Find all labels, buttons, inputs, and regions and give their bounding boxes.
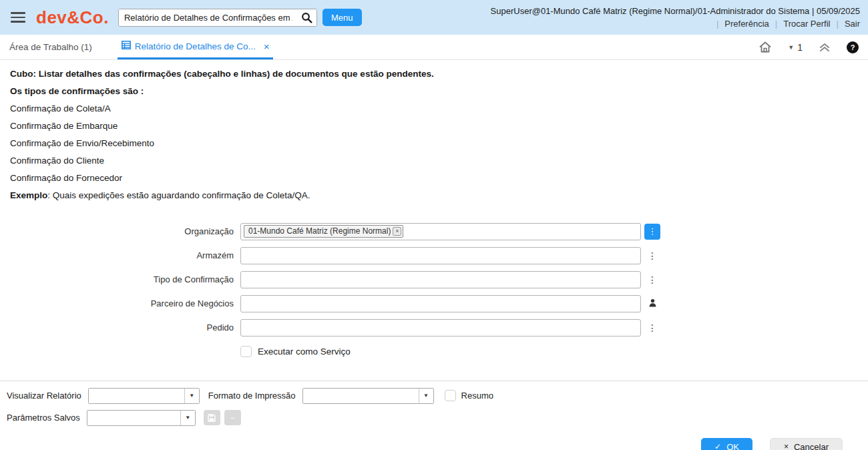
token-remove-icon[interactable]: × — [393, 227, 401, 236]
description-line-2: Os tipos de confirmações são : — [10, 87, 858, 96]
dialog-actions: ✓ OK × Cancelar — [7, 432, 861, 450]
user-info: SuperUser@01-Mundo Café Matriz (Regime N… — [491, 6, 860, 16]
confirmation-type-field[interactable] — [240, 271, 641, 288]
window-selector[interactable]: ▼ 1 — [788, 42, 803, 53]
saved-params-input[interactable] — [87, 411, 180, 425]
report-options-row: Visualizar Relatório ▼ Formato de Impres… — [7, 388, 861, 404]
run-as-service-row: Executar como Serviço — [240, 343, 858, 361]
help-icon[interactable]: ? — [847, 41, 859, 53]
form-row-confirmation-type: Tipo de Confirmação ⋮ — [10, 268, 858, 292]
process-description: Cubo: Listar detalhes das confirmações (… — [0, 60, 868, 361]
header-user-area: SuperUser@01-Mundo Café Matriz (Regime N… — [491, 6, 860, 29]
logout-link[interactable]: Sair — [845, 19, 860, 29]
confirmation-type-item: Confirmação de Envio/Recebimento — [10, 139, 858, 148]
tab-report-confirmations[interactable]: Relatório de Detalhes de Co... × — [118, 35, 274, 59]
form-row-organization: Organização 01-Mundo Café Matriz (Regime… — [10, 220, 858, 244]
home-icon[interactable] — [758, 41, 772, 53]
organization-label: Organização — [10, 226, 234, 236]
order-lookup-icon[interactable]: ⋮ — [648, 322, 657, 333]
close-icon: × — [784, 442, 789, 450]
example-line: Exemplo: Quais expedições estão aguardan… — [10, 191, 858, 200]
saved-params-combobox: ▼ — [87, 410, 196, 426]
report-footer: Visualizar Relatório ▼ Formato de Impres… — [0, 381, 868, 450]
warehouse-label: Armazém — [10, 250, 234, 260]
confirmation-type-item: Confirmação de Coleta/A — [10, 104, 858, 114]
app-logo: dev&Co. — [36, 7, 109, 28]
confirmation-type-label: Tipo de Confirmação — [10, 274, 234, 284]
tab-workspace[interactable]: Área de Trabalho (1) — [9, 35, 92, 59]
warehouse-lookup-icon[interactable]: ⋮ — [648, 250, 657, 261]
view-report-label: Visualizar Relatório — [7, 391, 81, 401]
saved-params-dropdown-icon[interactable]: ▼ — [180, 411, 195, 425]
tab-close-icon[interactable]: × — [264, 41, 270, 51]
confirmation-type-item: Confirmação do Cliente — [10, 156, 858, 166]
description-line-1: Cubo: Listar detalhes das confirmações (… — [10, 69, 858, 79]
form-row-warehouse: Armazém ⋮ — [10, 244, 858, 268]
header-links: | Preferência | Trocar Perfil | Sair — [710, 19, 860, 29]
collapse-up-icon[interactable] — [819, 42, 831, 53]
check-icon: ✓ — [714, 442, 721, 450]
ok-button[interactable]: ✓ OK — [701, 438, 752, 450]
view-report-combobox: ▼ — [88, 388, 200, 404]
hamburger-menu-icon[interactable] — [11, 12, 25, 23]
print-format-dropdown-icon[interactable]: ▼ — [419, 389, 433, 403]
print-format-input[interactable] — [303, 389, 419, 403]
tab-label: Relatório de Detalhes de Co... — [135, 41, 256, 51]
confirmation-type-item: Confirmação de Embarque — [10, 122, 858, 131]
form-row-order: Pedido ⋮ — [10, 316, 858, 340]
parameter-form: Organização 01-Mundo Café Matriz (Regime… — [10, 220, 858, 361]
search-input[interactable] — [119, 9, 298, 26]
chevron-down-icon: ▼ — [788, 44, 794, 51]
summary-label: Resumo — [461, 391, 493, 401]
view-report-input[interactable] — [89, 389, 184, 403]
view-report-dropdown-icon[interactable]: ▼ — [184, 389, 199, 403]
cancel-button[interactable]: × Cancelar — [770, 438, 843, 450]
organization-token: 01-Mundo Café Matriz (Regime Normal) × — [244, 225, 403, 238]
tab-bar: Área de Trabalho (1) Relatório de Detalh… — [0, 35, 868, 60]
run-as-service-checkbox[interactable] — [240, 346, 252, 357]
person-icon[interactable] — [648, 298, 657, 309]
window-count: 1 — [797, 42, 803, 53]
saved-params-label: Parâmetros Salvos — [7, 413, 80, 423]
order-label: Pedido — [10, 322, 234, 332]
business-partner-label: Parceiro de Negócios — [10, 298, 234, 308]
delete-parameters-button[interactable]: − — [224, 410, 241, 425]
tabbar-actions: ▼ 1 ? — [758, 35, 859, 59]
preference-link[interactable]: Preferência — [724, 19, 769, 29]
save-parameters-button[interactable] — [204, 410, 220, 425]
confirmation-type-lookup-icon[interactable]: ⋮ — [648, 274, 657, 285]
confirmation-type-item: Confirmação do Fornecedor — [10, 174, 858, 183]
print-format-combobox: ▼ — [302, 388, 434, 404]
business-partner-field[interactable] — [240, 295, 641, 312]
saved-parameters-row: Parâmetros Salvos ▼ − — [7, 410, 861, 426]
report-icon — [122, 41, 131, 51]
warehouse-field[interactable] — [240, 247, 641, 264]
run-as-service-label: Executar como Serviço — [258, 347, 351, 357]
switch-role-link[interactable]: Trocar Perfil — [783, 19, 830, 29]
form-row-business-partner: Parceiro de Negócios — [10, 292, 858, 316]
summary-checkbox[interactable] — [445, 390, 456, 401]
print-format-label: Formato de Impressão — [208, 391, 296, 401]
search-icon[interactable] — [298, 9, 316, 26]
app-header: dev&Co. Menu SuperUser@01-Mundo Café Mat… — [0, 0, 868, 35]
global-search — [118, 9, 317, 27]
organization-lookup-button[interactable]: ⋮ — [644, 224, 660, 240]
menu-button[interactable]: Menu — [322, 9, 362, 26]
order-field[interactable] — [240, 319, 641, 336]
